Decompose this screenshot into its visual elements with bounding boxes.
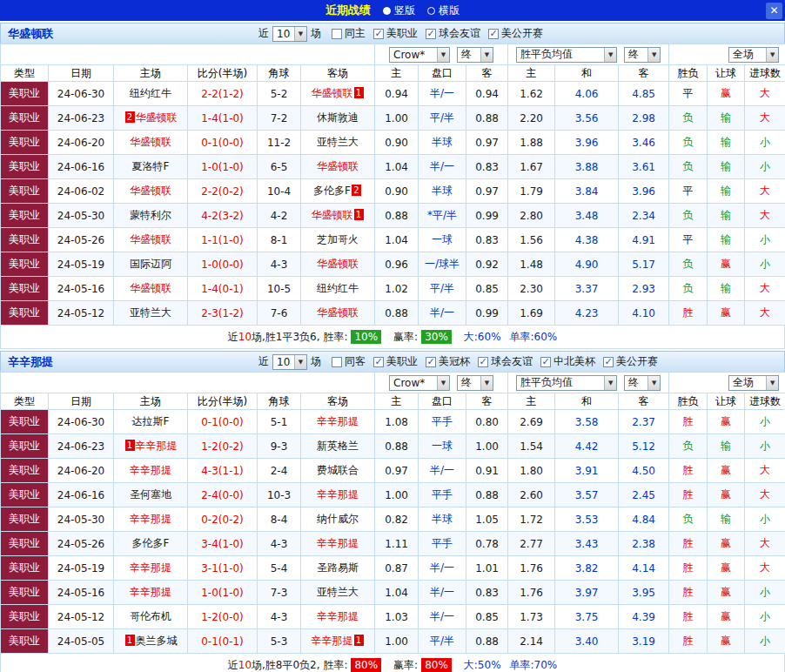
cell-date: 24-05-12 — [49, 605, 114, 629]
team-name-text: 辛辛那提 — [317, 610, 359, 622]
section-header: 华盛顿联 近 10▼ 场 同主✓美职业✓球会友谊✓美公开赛 — [0, 23, 785, 44]
avg-select[interactable]: 胜平负均值▼ — [516, 375, 617, 391]
table-row: 美职业24-06-20辛辛那提4-3(1-1)2-4费城联合0.97半/一0.9… — [1, 459, 785, 483]
cell-odds-home: 1.00 — [375, 629, 419, 654]
checkbox-label: 美职业 — [386, 354, 418, 369]
radio-icon[interactable] — [427, 7, 435, 15]
filter-checkbox[interactable]: ✓美冠杯 — [426, 354, 470, 369]
filter-checkbox[interactable]: ✓美公开赛 — [488, 26, 543, 41]
cell-away-team: 费城联合 — [301, 459, 375, 483]
cell-corners: 8-1 — [258, 228, 301, 252]
cell-handicap: 平手 — [419, 410, 466, 434]
match-count-select[interactable]: 10▼ — [272, 354, 307, 370]
cell-handicap-result: 输 — [708, 228, 745, 252]
cell-odds-home: 1.00 — [375, 106, 419, 131]
cell-handicap: 半/一 — [419, 155, 466, 179]
cell-avg-away: 5.12 — [619, 434, 669, 459]
checkbox-icon[interactable]: ✓ — [426, 357, 436, 367]
cell-score: 4-3(1-1) — [188, 459, 258, 483]
table-row: 美职业24-06-30纽约红牛2-2(1-2)5-2华盛顿联10.94半/一0.… — [1, 82, 785, 106]
competition-filters: 同客✓美职业✓美冠杯✓球会友谊✓中北美杯✓美公开赛 — [332, 354, 658, 369]
single-rate-text: 单率:60% — [510, 330, 558, 345]
avg-stage-select[interactable]: 终▼ — [624, 375, 661, 391]
checkbox-icon[interactable]: ✓ — [540, 357, 551, 367]
column-header: 客 — [466, 65, 508, 82]
odds-stage-select[interactable]: 终▼ — [457, 375, 493, 391]
cell-avg-away: 4.14 — [619, 556, 669, 581]
filter-checkbox[interactable]: 同主 — [332, 26, 366, 41]
cell-score: 2-2(1-2) — [188, 82, 258, 106]
cell-avg-home: 1.67 — [508, 155, 555, 179]
filter-checkbox[interactable]: ✓美职业 — [373, 354, 418, 369]
bookmaker-select[interactable]: Crow*▼ — [389, 375, 450, 391]
red-card-badge: 1 — [125, 635, 135, 646]
checkbox-icon[interactable]: ✓ — [373, 29, 384, 39]
summary-text: 场,胜8平0负2, 胜率: — [252, 658, 347, 672]
cell-handicap: 平/半 — [419, 277, 466, 301]
filter-checkbox[interactable]: ✓中北美杯 — [540, 354, 595, 369]
cell-home-team: 华盛顿联 — [114, 228, 188, 252]
cell-home-team: 蒙特利尔 — [114, 204, 188, 228]
checkbox-icon[interactable]: ✓ — [373, 357, 384, 367]
table-row: 美职业24-05-30蒙特利尔4-2(3-2)4-2华盛顿联10.88*平/半0… — [1, 204, 785, 228]
cell-avg-home: 1.62 — [508, 82, 555, 106]
filter-checkbox[interactable]: ✓球会友谊 — [426, 26, 480, 41]
cell-league-type: 美职业 — [1, 155, 49, 179]
view-radios: 竖版横版 — [383, 3, 460, 18]
cell-away-team: 纽约红牛 — [301, 277, 375, 301]
team-name-text: 蒙特利尔 — [130, 209, 171, 221]
cell-date: 24-06-30 — [49, 82, 114, 106]
filter-checkbox[interactable]: ✓美职业 — [373, 26, 418, 41]
filter-checkbox[interactable]: ✓球会友谊 — [478, 354, 533, 369]
filter-checkbox[interactable]: 同客 — [332, 354, 366, 369]
checkbox-icon[interactable]: ✓ — [426, 29, 436, 39]
checkbox-icon[interactable]: ✓ — [488, 29, 499, 39]
cell-league-type: 美职业 — [1, 106, 49, 131]
selectors-spacer — [1, 44, 375, 65]
team-name-text: 芝加哥火 — [317, 233, 359, 245]
checkbox-icon[interactable] — [332, 29, 342, 39]
cell-avg-draw: 3.91 — [555, 459, 619, 483]
summary-text: 赢率: — [393, 330, 418, 345]
cell-corners: 5-1 — [258, 410, 301, 434]
cell-odds-away: 0.97 — [466, 131, 508, 155]
team-name-text: 华盛顿联 — [317, 160, 359, 172]
checkbox-label: 美职业 — [386, 26, 418, 41]
cell-avg-home: 1.88 — [508, 131, 555, 155]
view-radio-vertical[interactable]: 竖版 — [383, 3, 415, 18]
cell-home-team: 达拉斯F — [114, 410, 188, 434]
close-button[interactable]: ✕ — [766, 3, 782, 19]
view-radio-horizontal[interactable]: 横版 — [427, 3, 460, 18]
cell-score: 1-2(0-2) — [188, 434, 258, 459]
checkbox-icon[interactable] — [332, 357, 342, 367]
chevron-down-icon: ▼ — [604, 48, 616, 62]
scope-select[interactable]: 全场▼ — [728, 47, 779, 63]
cell-odds-home: 0.97 — [375, 459, 419, 483]
avg-stage-select[interactable]: 终▼ — [624, 47, 661, 63]
checkbox-label: 球会友谊 — [491, 354, 533, 369]
filter-checkbox[interactable]: ✓美公开赛 — [603, 354, 658, 369]
checkbox-label: 同主 — [345, 26, 366, 41]
column-header: 让球 — [708, 393, 745, 410]
cell-score: 1-0(0-0) — [188, 252, 258, 277]
column-header: 进球数 — [745, 65, 785, 82]
chevron-down-icon: ▼ — [766, 376, 778, 390]
cell-avg-away: 3.61 — [619, 155, 669, 179]
cell-date: 24-06-20 — [49, 459, 114, 483]
match-count-select[interactable]: 10▼ — [272, 26, 307, 42]
avg-select[interactable]: 胜平负均值▼ — [516, 47, 617, 63]
bookmaker-select[interactable]: Crow*▼ — [389, 47, 450, 63]
column-header: 和 — [555, 65, 619, 82]
summary-text: 赢率: — [393, 658, 418, 672]
checkbox-icon[interactable]: ✓ — [603, 357, 614, 367]
column-header: 客 — [619, 65, 669, 82]
checkbox-icon[interactable]: ✓ — [478, 357, 488, 367]
scope-select[interactable]: 全场▼ — [728, 375, 779, 391]
cell-odds-home: 1.02 — [375, 277, 419, 301]
cell-avg-home: 1.73 — [508, 605, 555, 629]
radio-icon[interactable] — [383, 7, 391, 15]
odds-stage-select[interactable]: 终▼ — [457, 47, 493, 63]
cell-away-team: 华盛顿联 — [301, 301, 375, 326]
cell-score: 2-3(1-2) — [188, 301, 258, 326]
cell-score: 0-2(0-2) — [188, 507, 258, 532]
